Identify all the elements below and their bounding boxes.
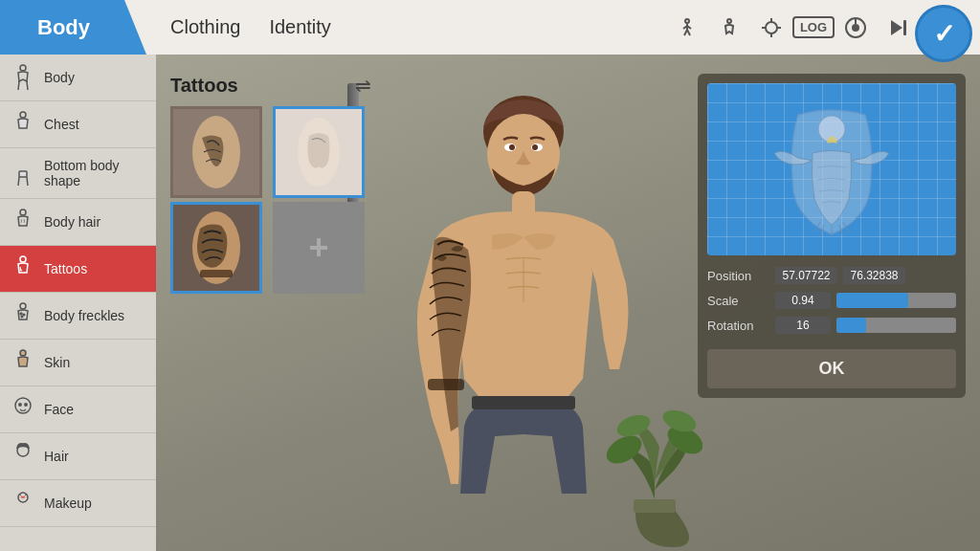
svg-rect-51 [428, 379, 464, 390]
svg-line-23 [27, 177, 28, 186]
svg-point-33 [25, 404, 27, 406]
music-icon[interactable] [840, 12, 871, 43]
svg-point-27 [20, 313, 22, 315]
svg-point-26 [20, 303, 26, 309]
tattoos-label: Tattoos [44, 261, 87, 276]
sidebar: Body Chest Bottom body shape [0, 55, 156, 551]
tattoos-title: Tattoos [170, 75, 238, 97]
body-tab-label: Body [37, 15, 90, 40]
hair-icon [10, 443, 36, 470]
svg-point-46 [509, 144, 515, 150]
scale-value[interactable]: 0.94 [775, 292, 831, 309]
plant-decoration [607, 337, 702, 551]
body-freckles-label: Body freckles [44, 308, 124, 323]
face-icon [10, 396, 36, 423]
svg-point-20 [20, 112, 26, 118]
tab-clothing[interactable]: Clothing [156, 16, 255, 38]
svg-point-24 [20, 209, 26, 215]
chest-icon [10, 111, 36, 138]
skin-icon [10, 349, 36, 376]
identity-tab-label: Identity [269, 16, 330, 37]
svg-line-22 [18, 177, 19, 186]
tattoos-panel: Tattoos ⇌ [170, 74, 371, 294]
rotation-slider-fill [836, 318, 866, 333]
svg-line-19 [27, 81, 28, 90]
log-icon[interactable]: LOG [798, 12, 829, 43]
sidebar-item-bottom-body-shape[interactable]: Bottom body shape [0, 148, 156, 199]
scale-row: Scale 0.94 [707, 292, 956, 309]
chest-label: Chest [44, 117, 79, 132]
svg-point-0 [685, 19, 689, 23]
rotation-label: Rotation [707, 319, 769, 333]
sidebar-item-chest[interactable]: Chest [0, 101, 156, 148]
svg-point-17 [20, 65, 26, 71]
rotation-slider[interactable] [836, 318, 956, 333]
svg-rect-53 [634, 499, 676, 513]
svg-rect-52 [472, 396, 575, 409]
svg-point-32 [19, 404, 21, 406]
tattoo-item-3[interactable] [170, 202, 262, 294]
tattoos-grid: + [170, 106, 371, 294]
tattoo-item-1[interactable] [170, 106, 262, 198]
scale-slider[interactable] [836, 293, 956, 308]
position-label: Position [707, 269, 769, 283]
bottom-body-shape-label: Bottom body shape [44, 158, 146, 188]
main-content: Tattoos ⇌ [156, 55, 980, 551]
body-label: Body [44, 70, 75, 85]
character-display [347, 83, 683, 551]
topbar: Body Clothing Identity [0, 0, 980, 55]
shuffle-icon[interactable]: ⇌ [355, 74, 371, 97]
clothing-tab-label: Clothing [170, 16, 240, 37]
sidebar-item-body[interactable]: Body [0, 55, 156, 101]
face-label: Face [44, 402, 74, 417]
position-x-value[interactable]: 57.07722 [775, 267, 837, 284]
scale-label: Scale [707, 294, 769, 308]
sidebar-item-tattoos[interactable]: Tattoos [0, 246, 156, 293]
eagle-tattoo-preview [765, 96, 899, 244]
svg-point-30 [20, 350, 26, 356]
svg-rect-21 [19, 171, 27, 177]
sidebar-item-hair[interactable]: Hair [0, 433, 156, 480]
tattoo-item-2[interactable] [273, 106, 365, 198]
adjustment-panel: Position 57.07722 76.32838 Scale 0.94 Ro… [698, 74, 966, 398]
sidebar-item-skin[interactable]: Skin [0, 340, 156, 386]
tattoos-header: Tattoos ⇌ [170, 74, 371, 97]
svg-point-48 [532, 144, 538, 150]
ok-button[interactable]: OK [707, 349, 956, 388]
pose-icon[interactable] [672, 12, 702, 43]
bottom-body-icon [10, 160, 36, 187]
tattoo-1-preview [173, 109, 259, 195]
position-y-value[interactable]: 76.32838 [843, 267, 905, 284]
sidebar-item-body-hair[interactable]: Body hair [0, 199, 156, 246]
tattoos-icon [10, 255, 36, 282]
tattoo-item-4[interactable]: + [273, 202, 365, 294]
svg-line-5 [687, 30, 690, 35]
rotation-row: Rotation 16 [707, 317, 956, 334]
sidebar-item-body-freckles[interactable]: Body freckles [0, 293, 156, 340]
makeup-icon [10, 490, 36, 517]
body-shape-icon[interactable] [714, 12, 745, 43]
tab-body[interactable]: Body [0, 0, 146, 55]
sidebar-item-face[interactable]: Face [0, 386, 156, 433]
svg-line-18 [18, 81, 19, 90]
svg-point-7 [766, 22, 777, 33]
svg-marker-15 [891, 20, 902, 35]
body-hair-icon [10, 209, 36, 235]
svg-point-28 [23, 314, 25, 316]
sidebar-item-makeup[interactable]: Makeup [0, 480, 156, 527]
hair-label: Hair [44, 449, 69, 464]
tab-identity[interactable]: Identity [255, 16, 345, 38]
skin-label: Skin [44, 355, 70, 370]
svg-point-13 [852, 24, 859, 32]
skip-icon[interactable] [882, 12, 913, 43]
rotation-value[interactable]: 16 [775, 317, 831, 334]
tattoo-3-preview [173, 205, 259, 291]
crosshair-icon[interactable] [756, 12, 787, 43]
svg-rect-42 [200, 270, 233, 277]
confirm-button[interactable]: ✓ [915, 5, 972, 62]
svg-point-6 [727, 19, 731, 23]
body-icon [10, 64, 36, 91]
body-hair-label: Body hair [44, 214, 100, 230]
svg-point-29 [21, 316, 23, 318]
confirm-icon: ✓ [933, 18, 955, 50]
